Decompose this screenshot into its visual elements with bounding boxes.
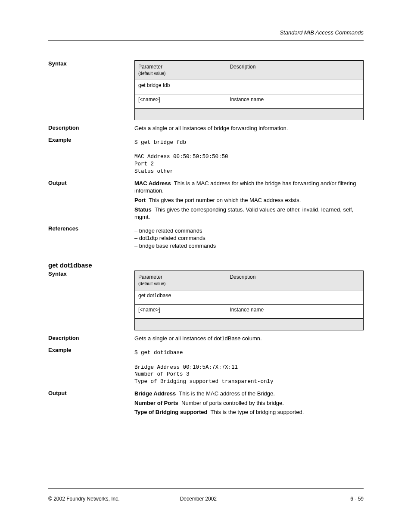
footer-left: © 2002 Foundry Networks, Inc. December 2… [48, 496, 217, 502]
output-row: Output MAC Address This is a MAC address… [48, 180, 364, 221]
th-description: Description [226, 271, 364, 290]
syntax-table: Parameter (default value) Description ge… [134, 271, 364, 330]
table-row: get dot1dbase [135, 290, 364, 305]
example-block: $ get dot1dbase Bridge Address 00:10:5A:… [134, 349, 364, 386]
table-row: [<name>] Instance name [135, 94, 364, 109]
output-defs: MAC Address This is a MAC address for wh… [134, 180, 364, 221]
th-description: Description [226, 61, 364, 80]
table-row: get bridge fdb [135, 80, 364, 94]
references-list: bridge related commands dot1dtp related … [134, 227, 364, 250]
syntax-row: Syntax Parameter (default value) Descrip… [48, 60, 364, 120]
label-output: Output [48, 180, 134, 221]
example-block: $ get bridge fdb MAC Address 00:50:50:50… [134, 139, 364, 175]
label-description: Description [48, 335, 134, 342]
example-row: Example $ get bridge fdb MAC Address 00:… [48, 137, 364, 175]
example-row: Example $ get dot1dbase Bridge Address 0… [48, 347, 364, 386]
description-text: Gets a single or all instances of bridge… [134, 124, 364, 132]
section-title-get-dot1dbase: get dot1dbase [48, 261, 364, 269]
running-head: Standard MIB Access Commands [280, 29, 364, 36]
label-example: Example [48, 137, 134, 175]
syntax-table: Parameter (default value) Description ge… [134, 60, 364, 120]
output-row: Output Bridge Address This is the MAC ad… [48, 390, 364, 416]
label-description: Description [48, 124, 134, 132]
description-row: Description Gets a single or all instanc… [48, 335, 364, 342]
label-references: References [48, 225, 134, 250]
syntax-row: Syntax Parameter (default value) Descrip… [48, 271, 364, 330]
page-content: Syntax Parameter (default value) Descrip… [48, 60, 364, 420]
table-footnote [135, 319, 364, 330]
rule-bottom [48, 488, 364, 489]
output-defs: Bridge Address This is the MAC address o… [134, 390, 364, 416]
th-parameter: Parameter (default value) [135, 61, 226, 80]
table-row: [<name>] Instance name [135, 305, 364, 319]
label-example: Example [48, 347, 134, 386]
references-row: References bridge related commands dot1d… [48, 225, 364, 250]
label-syntax: Syntax [48, 60, 134, 120]
rule-top [48, 40, 364, 41]
description-row: Description Gets a single or all instanc… [48, 124, 364, 132]
th-parameter: Parameter (default value) [135, 271, 226, 290]
label-output: Output [48, 390, 134, 416]
page-number: 6 - 59 [350, 496, 364, 502]
table-footnote [135, 109, 364, 120]
label-syntax: Syntax [48, 271, 134, 330]
description-text: Gets a single or all instances of dot1dB… [134, 335, 364, 342]
